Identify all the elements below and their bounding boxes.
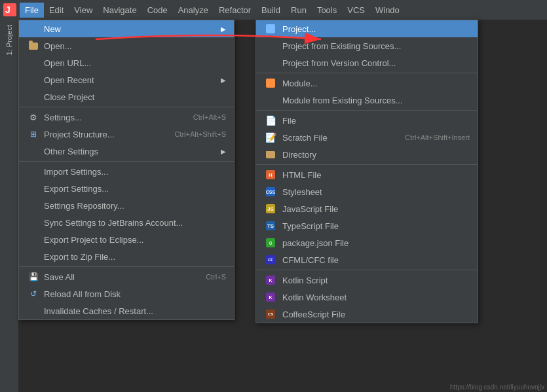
new-submenu-module-existing[interactable]: Module from Existing Sources... xyxy=(256,92,478,109)
menu-file[interactable]: File xyxy=(20,3,44,18)
menu-run[interactable]: Run xyxy=(286,3,312,18)
new-submenu-coffee-label: CoffeeScript File xyxy=(282,310,470,319)
new-submenu-cfml[interactable]: CF CFML/CFC file xyxy=(256,251,478,268)
project-existing-icon xyxy=(264,41,277,51)
new-submenu-scratch[interactable]: 📝 Scratch File Ctrl+Alt+Shift+Insert xyxy=(256,129,478,146)
sidebar: 1: Project xyxy=(0,20,18,392)
new-submenu-project-vcs-label: Project from Version Control... xyxy=(282,58,470,68)
file-menu-export-label: Export Settings... xyxy=(44,184,226,194)
new-submenu-ts[interactable]: TS TypeScript File xyxy=(256,217,478,234)
new-submenu-module-label: Module... xyxy=(282,79,470,88)
menu-view[interactable]: View xyxy=(69,3,98,18)
export-eclipse-icon xyxy=(27,234,40,245)
new-submenu-directory-label: Directory xyxy=(282,150,470,160)
file-menu-project-structure[interactable]: ⊞ Project Structure... Ctrl+Alt+Shift+S xyxy=(19,126,234,143)
new-submenu-css-label: Stylesheet xyxy=(282,187,470,197)
scratch-icon: 📝 xyxy=(264,132,277,143)
sidebar-tab-project[interactable]: 1: Project xyxy=(3,20,16,60)
new-submenu-css[interactable]: CSS Stylesheet xyxy=(256,183,478,200)
separator-2 xyxy=(19,161,234,162)
file-icon: 📄 xyxy=(264,115,277,126)
separator-1 xyxy=(19,107,234,107)
file-menu-export-eclipse[interactable]: Export Project to Eclipse... xyxy=(19,231,234,248)
js-icon: JS xyxy=(264,204,277,214)
file-menu-settings-repo[interactable]: Settings Repository... xyxy=(19,197,234,214)
new-submenu-kotlin-script[interactable]: K Kotlin Script xyxy=(256,272,478,289)
new-submenu-html[interactable]: H HTML File xyxy=(256,166,478,183)
directory-icon xyxy=(264,149,277,160)
file-menu-invalidate-label: Invalidate Caches / Restart... xyxy=(44,306,226,316)
reload-icon: ↺ xyxy=(27,289,40,299)
file-menu-invalidate[interactable]: Invalidate Caches / Restart... xyxy=(19,302,234,319)
new-submenu-project[interactable]: Project... xyxy=(256,20,478,37)
app-logo: J xyxy=(3,3,17,17)
file-menu-import-label: Import Settings... xyxy=(44,167,226,177)
new-submenu-js-label: JavaScript File xyxy=(282,204,470,214)
new-submenu-js[interactable]: JS JavaScript File xyxy=(256,200,478,217)
file-menu-export-zip[interactable]: Export to Zip File... xyxy=(19,248,234,265)
menu-code[interactable]: Code xyxy=(142,3,173,18)
save-shortcut: Ctrl+S xyxy=(206,273,226,281)
other-settings-arrow-icon: ▶ xyxy=(221,148,226,155)
menu-tools[interactable]: Tools xyxy=(312,3,342,18)
file-menu-new[interactable]: New ▶ xyxy=(19,20,234,37)
new-sep-1 xyxy=(256,73,478,73)
new-submenu-pkg[interactable]: {} package.json File xyxy=(256,234,478,251)
new-submenu-directory[interactable]: Directory xyxy=(256,146,478,163)
file-menu-open-label: Open... xyxy=(44,41,226,51)
file-menu-reload-label: Reload All from Disk xyxy=(44,289,226,299)
other-settings-icon xyxy=(27,146,40,156)
folder-icon xyxy=(27,41,40,51)
file-menu-import-settings[interactable]: Import Settings... xyxy=(19,163,234,180)
new-submenu-module[interactable]: Module... xyxy=(256,75,478,92)
new-sep-3 xyxy=(256,164,478,165)
file-menu-export-eclipse-label: Export Project to Eclipse... xyxy=(44,235,226,245)
kotlin-worksheet-icon: K xyxy=(264,292,277,302)
new-submenu-cfml-label: CFML/CFC file xyxy=(282,255,470,265)
file-menu-new-label: New xyxy=(44,24,216,34)
menu-analyze[interactable]: Analyze xyxy=(173,3,214,18)
menu-edit[interactable]: Edit xyxy=(44,3,69,18)
project-vcs-icon xyxy=(264,58,277,68)
file-menu-open[interactable]: Open... xyxy=(19,37,234,54)
module-existing-icon xyxy=(264,95,277,105)
file-menu-other-settings[interactable]: Other Settings ▶ xyxy=(19,143,234,160)
file-menu-open-url[interactable]: Open URL... xyxy=(19,54,234,71)
menu-window[interactable]: Windo xyxy=(370,3,405,18)
file-menu-open-recent[interactable]: Open Recent ▶ xyxy=(19,71,234,88)
menu-navigate[interactable]: Navigate xyxy=(98,3,141,18)
file-menu-save-all[interactable]: 💾 Save All Ctrl+S xyxy=(19,268,234,285)
file-menu-open-url-label: Open URL... xyxy=(44,58,226,68)
menu-vcs[interactable]: VCS xyxy=(342,3,370,18)
ts-icon: TS xyxy=(264,221,277,231)
new-submenu-file[interactable]: 📄 File xyxy=(256,112,478,129)
new-submenu-kotlin-worksheet-label: Kotlin Worksheet xyxy=(282,293,470,302)
new-sep-4 xyxy=(256,270,478,270)
new-submenu-file-label: File xyxy=(282,116,470,126)
close-project-icon xyxy=(27,92,40,102)
file-menu-reload[interactable]: ↺ Reload All from Disk xyxy=(19,285,234,302)
file-menu-settings[interactable]: ⚙ Settings... Ctrl+Alt+S xyxy=(19,109,234,126)
new-icon xyxy=(27,24,40,34)
settings-repo-icon xyxy=(27,200,40,211)
new-submenu-kotlin-worksheet[interactable]: K Kotlin Worksheet xyxy=(256,289,478,306)
settings-shortcut: Ctrl+Alt+S xyxy=(193,113,226,121)
file-menu-export-settings[interactable]: Export Settings... xyxy=(19,180,234,197)
cfml-icon: CF xyxy=(264,255,277,265)
settings-icon: ⚙ xyxy=(27,112,40,122)
css-icon: CSS xyxy=(264,187,277,197)
new-submenu-project-vcs[interactable]: Project from Version Control... xyxy=(256,54,478,71)
file-menu-project-structure-label: Project Structure... xyxy=(44,130,161,139)
new-submenu-project-existing[interactable]: Project from Existing Sources... xyxy=(256,37,478,54)
new-submenu-module-existing-label: Module from Existing Sources... xyxy=(282,96,470,105)
file-menu-sync-settings[interactable]: Sync Settings to JetBrains Account... xyxy=(19,214,234,231)
save-all-icon: 💾 xyxy=(27,272,40,282)
menu-build[interactable]: Build xyxy=(256,3,286,18)
new-sep-2 xyxy=(256,110,478,111)
menu-refactor[interactable]: Refactor xyxy=(214,3,256,18)
file-menu-settings-repo-label: Settings Repository... xyxy=(44,201,226,211)
new-submenu-coffee[interactable]: CS CoffeeScript File xyxy=(256,306,478,323)
new-submenu-html-label: HTML File xyxy=(282,170,470,180)
file-menu-close[interactable]: Close Project xyxy=(19,88,234,105)
file-menu-settings-label: Settings... xyxy=(44,113,180,122)
